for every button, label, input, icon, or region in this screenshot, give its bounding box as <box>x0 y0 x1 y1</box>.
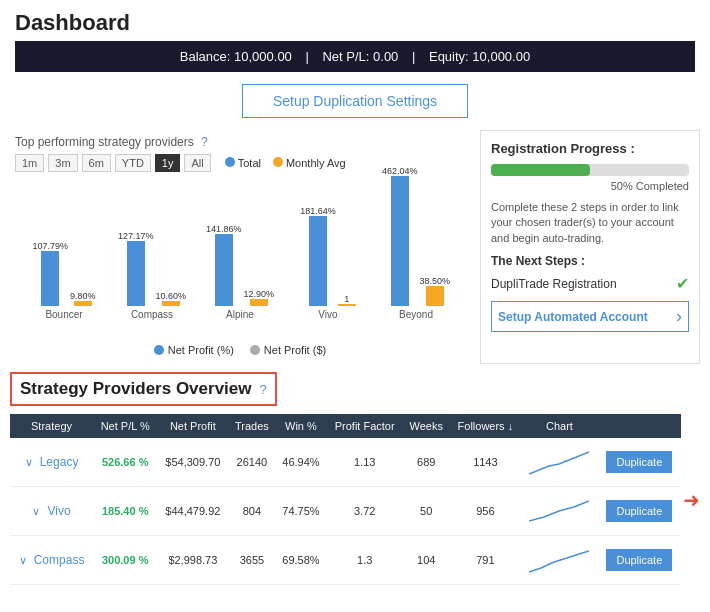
col-strategy: Strategy <box>10 414 93 438</box>
weeks-vivo: 50 <box>403 487 450 536</box>
chart-legend-net-profit-dollar: Net Profit ($) <box>264 344 326 356</box>
overview-table: Strategy Net P/L % Net Profit Trades Win… <box>10 414 681 585</box>
col-net-profit: Net Profit <box>157 414 228 438</box>
step2-label[interactable]: Setup Automated Account <box>498 310 648 324</box>
bar-xlabel-beyond: Beyond <box>399 309 433 320</box>
step1-check-icon: ✔ <box>676 274 689 293</box>
net-profit-compass: $2,998.73 <box>157 536 228 585</box>
profit-factor-compass: 1.3 <box>326 536 402 585</box>
followers-vivo: 956 <box>450 487 522 536</box>
trades-compass: 3655 <box>228 536 275 585</box>
step1-label: DupliTrade Registration <box>491 277 617 291</box>
col-net-pl: Net P/L % <box>93 414 157 438</box>
time-filter-all[interactable]: All <box>184 154 210 172</box>
col-chart: Chart <box>521 414 598 438</box>
net-pl-compass: 300.09 % <box>93 536 157 585</box>
bar-label-compass-blue: 127.17% <box>118 231 154 241</box>
bar-label-beyond-yellow: 38.50% <box>420 276 451 286</box>
profit-factor-legacy: 1.13 <box>326 438 402 487</box>
help-icon[interactable]: ? <box>201 135 208 149</box>
equity-value: Equity: 10,000.00 <box>429 49 530 64</box>
expand-icon-compass[interactable]: ∨ <box>19 554 27 566</box>
bar-label-vivo-blue: 181.64% <box>300 206 336 216</box>
legend-monthly: Monthly Avg <box>286 157 346 169</box>
followers-compass: 791 <box>450 536 522 585</box>
bar-chart: 107.79% 9.80% Bouncer 127.17% <box>20 180 460 340</box>
duplicate-btn-vivo[interactable]: Duplicate <box>606 500 672 522</box>
time-filter-6m[interactable]: 6m <box>82 154 111 172</box>
bar-label-compass-yellow: 10.60% <box>156 291 187 301</box>
overview-help-icon[interactable]: ? <box>260 382 267 397</box>
followers-legacy: 1143 <box>450 438 522 487</box>
setup-duplication-button[interactable]: Setup Duplication Settings <box>242 84 468 118</box>
trades-legacy: 26140 <box>228 438 275 487</box>
bar-xlabel-vivo: Vivo <box>318 309 337 320</box>
trades-vivo: 804 <box>228 487 275 536</box>
expand-icon-vivo[interactable]: ∨ <box>32 505 40 517</box>
balance-value: Balance: 10,000.00 <box>180 49 292 64</box>
net-profit-legacy: $54,309.70 <box>157 438 228 487</box>
top-providers-label: Top performing strategy providers <box>15 135 194 149</box>
bar-xlabel-bouncer: Bouncer <box>45 309 82 320</box>
table-row: ∨ Vivo 185.40 % $44,479.92 804 74.75% 3.… <box>10 487 681 536</box>
profit-factor-vivo: 3.72 <box>326 487 402 536</box>
weeks-legacy: 689 <box>403 438 450 487</box>
strategy-name-legacy[interactable]: Legacy <box>40 455 79 469</box>
legend-total: Total <box>238 157 261 169</box>
dashboard-title: Dashboard <box>0 0 710 41</box>
col-win: Win % <box>275 414 326 438</box>
net-pl-value: Net P/L: 0.00 <box>322 49 398 64</box>
col-followers[interactable]: Followers ↓ <box>450 414 522 438</box>
step2-arrow-icon[interactable]: › <box>676 306 682 327</box>
win-vivo: 74.75% <box>275 487 326 536</box>
table-row: ∨ Legacy 526.66 % $54,309.70 26140 46.94… <box>10 438 681 487</box>
weeks-compass: 104 <box>403 536 450 585</box>
duplicate-btn-legacy[interactable]: Duplicate <box>606 451 672 473</box>
chart-legacy <box>521 438 598 487</box>
table-row: ∨ Compass 300.09 % $2,998.73 3655 69.58%… <box>10 536 681 585</box>
bar-label-bouncer-blue: 107.79% <box>32 241 68 251</box>
win-legacy: 46.94% <box>275 438 326 487</box>
reg-title: Registration Progress : <box>491 141 689 156</box>
bar-label-alpine-blue: 141.86% <box>206 224 242 234</box>
bar-xlabel-alpine: Alpine <box>226 309 254 320</box>
chart-vivo <box>521 487 598 536</box>
net-pl-vivo: 185.40 % <box>93 487 157 536</box>
bar-label-vivo-yellow: 1 <box>344 294 349 304</box>
strategy-name-vivo[interactable]: Vivo <box>47 504 70 518</box>
time-filter-3m[interactable]: 3m <box>48 154 77 172</box>
chart-legend-net-profit-pct: Net Profit (%) <box>168 344 234 356</box>
time-filter-1m[interactable]: 1m <box>15 154 44 172</box>
col-action <box>598 414 681 438</box>
strategy-name-compass[interactable]: Compass <box>34 553 85 567</box>
bar-xlabel-compass: Compass <box>131 309 173 320</box>
col-weeks: Weeks <box>403 414 450 438</box>
reg-description: Complete these 2 steps in order to link … <box>491 200 689 246</box>
balance-bar: Balance: 10,000.00 | Net P/L: 0.00 | Equ… <box>15 41 695 72</box>
col-profit-factor: Profit Factor <box>326 414 402 438</box>
registration-panel: Registration Progress : 50% Completed Co… <box>480 130 700 364</box>
overview-title: Strategy Providers Overview <box>20 379 252 399</box>
time-filter-ytd[interactable]: YTD <box>115 154 151 172</box>
chart-compass <box>521 536 598 585</box>
scroll-arrow-icon[interactable]: ➜ <box>683 488 700 512</box>
next-steps-label: The Next Steps : <box>491 254 689 268</box>
bar-label-bouncer-yellow: 9.80% <box>70 291 96 301</box>
col-trades: Trades <box>228 414 275 438</box>
overview-header: Strategy Providers Overview ? <box>10 372 277 406</box>
progress-pct-label: 50% Completed <box>491 180 689 192</box>
expand-icon-legacy[interactable]: ∨ <box>25 456 33 468</box>
win-compass: 69.58% <box>275 536 326 585</box>
time-filter-1y[interactable]: 1y <box>155 154 181 172</box>
progress-bar-fill <box>491 164 590 176</box>
net-pl-legacy: 526.66 % <box>93 438 157 487</box>
duplicate-btn-compass[interactable]: Duplicate <box>606 549 672 571</box>
bar-label-beyond-blue: 462.04% <box>382 166 418 176</box>
net-profit-vivo: $44,479.92 <box>157 487 228 536</box>
bar-label-alpine-yellow: 12.90% <box>244 289 275 299</box>
